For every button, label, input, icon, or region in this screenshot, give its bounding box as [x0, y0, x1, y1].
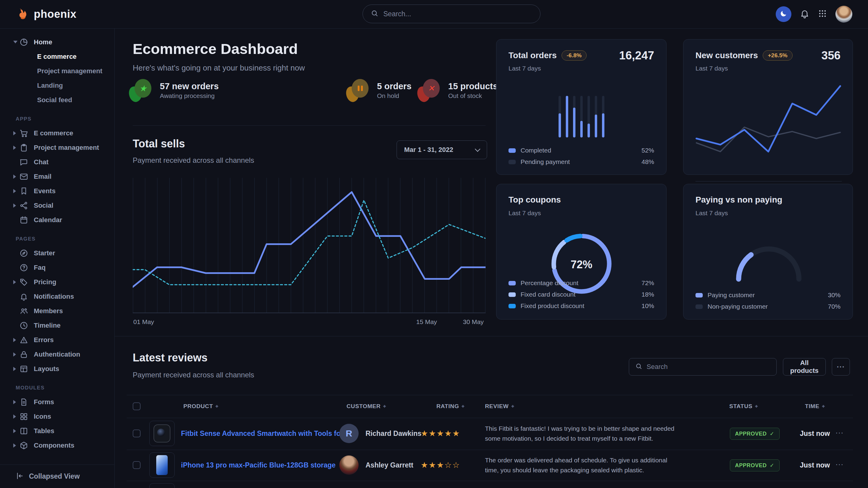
sidebar-item-pricing[interactable]: Pricing — [0, 275, 114, 289]
sidebar-item-icons[interactable]: Icons — [0, 409, 114, 424]
sidebar-section-apps: APPS — [0, 115, 114, 124]
sidebar-item-chat[interactable]: Chat — [0, 155, 114, 169]
theme-toggle-button[interactable] — [776, 6, 792, 22]
column-header-customer[interactable]: CUSTOMER — [346, 403, 386, 410]
sidebar-item-events[interactable]: Events — [0, 184, 114, 198]
sidebar-item-calendar[interactable]: Calendar — [0, 213, 114, 227]
legend-paying: Paying customer 30% — [695, 291, 841, 299]
row-checkbox[interactable] — [133, 461, 141, 469]
card-title: Total orders — [508, 51, 557, 60]
sidebar-item-errors[interactable]: Errors — [0, 333, 114, 347]
box-icon — [19, 441, 28, 450]
customer-avatar: R — [339, 424, 359, 443]
collapse-icon — [16, 472, 24, 481]
reviews-search-input[interactable] — [646, 363, 770, 371]
date-range-select[interactable]: Mar 1 - 31, 2022 — [397, 140, 487, 159]
sidebar-item-email[interactable]: Email — [0, 169, 114, 184]
chevron-right-icon — [13, 444, 18, 448]
paying-vs-nonpaying-card: Paying vs non paying Last 7 days Paying … — [683, 184, 853, 320]
sidebar-item-starter[interactable]: Starter — [0, 246, 114, 260]
legend-fixed-product-discount: Fixed product discount 10% — [508, 302, 654, 310]
sidebar-item-home[interactable]: Home — [0, 35, 114, 50]
column-header-time[interactable]: TIME — [805, 403, 825, 410]
sidebar-item-notifications[interactable]: Notifications — [0, 289, 114, 304]
select-all-checkbox[interactable] — [133, 402, 141, 410]
lock-icon — [19, 350, 28, 359]
row-checkbox[interactable] — [133, 429, 141, 437]
column-header-status[interactable]: STATUS — [729, 403, 758, 410]
global-search[interactable] — [363, 4, 540, 23]
sidebar-item-components[interactable]: Components — [0, 438, 114, 453]
column-header-product[interactable]: PRODUCT — [183, 403, 218, 410]
column-header-rating[interactable]: RATING — [436, 403, 464, 410]
brand-name: phoenix — [34, 8, 76, 21]
order-bar — [580, 96, 583, 137]
sidebar-item-apps-ecommerce[interactable]: E commerce — [0, 126, 114, 140]
product-thumbnail[interactable] — [149, 421, 175, 446]
collapse-view-toggle[interactable]: Collapsed View — [0, 464, 114, 488]
clock-icon — [19, 321, 28, 330]
reviews-search[interactable] — [629, 358, 777, 376]
sidebar-item-apps-project-management[interactable]: Project management — [0, 140, 114, 155]
sidebar-item-layouts[interactable]: Layouts — [0, 362, 114, 376]
layout-icon — [19, 364, 28, 373]
sidebar-item-tables[interactable]: Tables — [0, 424, 114, 438]
ecommerce-dashboard-page: phoenix — [0, 0, 868, 488]
warning-icon — [19, 335, 28, 345]
customer-name: Ashley Garrett — [366, 461, 413, 469]
product-thumbnail[interactable] — [149, 483, 175, 488]
grid-icon — [19, 412, 28, 421]
top-navbar: phoenix — [0, 0, 868, 29]
review-time: Just now — [800, 429, 830, 438]
legend-swatch — [508, 160, 516, 164]
all-products-button[interactable]: All products — [783, 358, 826, 376]
donut-center-label: 72% — [542, 258, 621, 271]
row-actions-button[interactable]: ··· — [835, 460, 843, 468]
sidebar-item-timeline[interactable]: Timeline — [0, 318, 114, 333]
sidebar-item-ecommerce-dashboard[interactable]: E commerce — [0, 50, 114, 64]
sidebar-item-forms[interactable]: Forms — [0, 395, 114, 409]
product-link[interactable]: Fitbit Sense Advanced Smartwatch with To… — [181, 429, 323, 438]
product-link[interactable]: iPhone 13 pro max-Pacific Blue-128GB sto… — [181, 461, 323, 469]
total-orders-card: Total orders -6.8% Last 7 days 16,247 Co… — [496, 39, 666, 175]
apps-menu-button[interactable] — [818, 9, 827, 19]
global-search-input[interactable] — [383, 10, 532, 19]
stat-new-orders: ★ 57 new orders Awating processing — [130, 79, 219, 102]
columns-icon — [19, 426, 28, 435]
chevron-down-icon — [13, 41, 18, 45]
latest-reviews-subtitle: Payment received across all channels — [133, 371, 254, 379]
row-actions-button[interactable]: ··· — [835, 428, 843, 437]
chevron-down-icon — [475, 146, 480, 152]
sort-icon — [511, 403, 514, 409]
sidebar-item-authentication[interactable]: Authentication — [0, 347, 114, 362]
legend-completed: Completed 52% — [508, 147, 654, 154]
card-period: Last 7 days — [695, 65, 728, 72]
clipboard-icon — [19, 143, 28, 152]
sidebar-item-landing[interactable]: Landing — [0, 78, 114, 93]
sidebar-item-social[interactable]: Social — [0, 198, 114, 213]
reviews-more-button[interactable]: ··· — [832, 358, 850, 376]
brand-logo[interactable]: phoenix — [16, 7, 76, 22]
product-thumbnail[interactable] — [149, 452, 175, 478]
user-avatar[interactable] — [835, 6, 852, 23]
notifications-button[interactable] — [800, 9, 809, 20]
review-text: This Fitbit is fantastic! I was trying t… — [485, 423, 678, 444]
sidebar-nav: Home E commerce Project management Landi… — [0, 28, 114, 464]
legend-swatch — [508, 148, 516, 153]
card-title: New customers — [695, 51, 758, 60]
chevron-right-icon — [13, 429, 18, 433]
order-bar — [573, 96, 576, 137]
rating-stars: ★★★☆☆ — [421, 460, 460, 470]
card-title: Top coupons — [508, 195, 561, 205]
paying-gauge-chart — [726, 232, 811, 285]
sidebar-section-modules: MODULES — [0, 383, 114, 392]
sidebar-item-social-feed[interactable]: Social feed — [0, 93, 114, 107]
bell-icon — [800, 9, 809, 20]
sidebar-item-project-management-dashboard[interactable]: Project management — [0, 64, 114, 78]
column-header-review[interactable]: REVIEW — [485, 403, 514, 410]
navbar-actions — [776, 0, 852, 28]
sidebar-item-members[interactable]: Members — [0, 304, 114, 318]
sidebar-item-faq[interactable]: Faq — [0, 260, 114, 275]
chevron-right-icon — [13, 145, 18, 150]
order-bar — [588, 96, 590, 137]
